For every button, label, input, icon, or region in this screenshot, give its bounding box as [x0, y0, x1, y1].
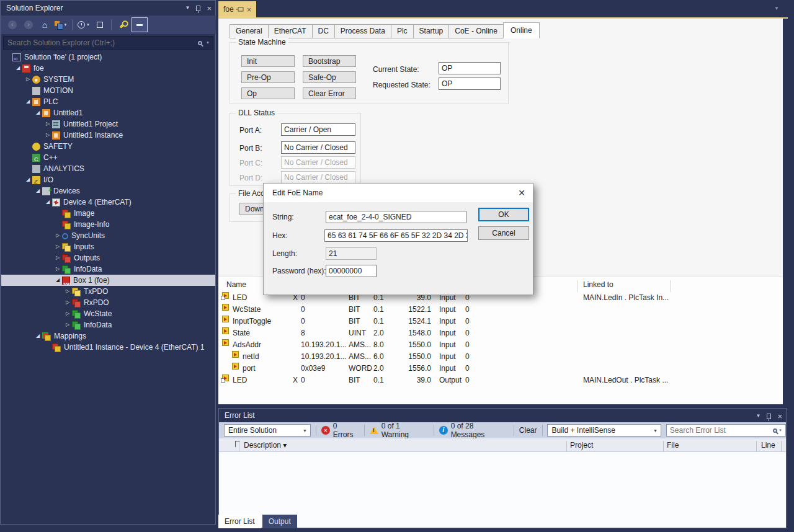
subtab-ethercat[interactable]: EtherCAT [268, 24, 313, 38]
expander-expanded-icon[interactable]: ◢ [24, 96, 32, 107]
warnings-filter-button[interactable]: 0 of 1 Warning [370, 422, 429, 439]
collapse-all-button[interactable] [92, 17, 107, 32]
tree-item-devices[interactable]: ◢Devices [1, 185, 215, 197]
subtab-general[interactable]: General [230, 24, 269, 38]
safe-op-button[interactable]: Safe-Op [303, 71, 356, 83]
hex-field[interactable]: 65 63 61 74 5F 66 6F 65 5F 32 2D 34 2D 3… [324, 229, 468, 242]
port-status-field[interactable]: Carrier / Open [281, 123, 355, 136]
requested-state-field[interactable]: OP [439, 78, 501, 90]
pending-changes-filter-button[interactable]: ▼ [76, 17, 91, 32]
clear-error-button[interactable]: Clear Error [303, 87, 356, 99]
pin-icon[interactable] [767, 414, 771, 419]
tree-item-i-o[interactable]: ◢I/O [1, 174, 215, 185]
column-header-file[interactable]: File [667, 441, 679, 450]
column-divider[interactable] [663, 441, 664, 452]
expander-collapsed-icon[interactable]: ▷ [43, 130, 52, 141]
scope-dropdown[interactable]: Entire Solution▼ [224, 424, 311, 437]
tree-item-system[interactable]: ▷SYSTEM [1, 74, 215, 85]
expander-expanded-icon[interactable]: ◢ [43, 197, 52, 208]
expander-collapsed-icon[interactable]: ▷ [63, 319, 72, 330]
search-input[interactable] [4, 38, 198, 47]
tree-item-syncunits[interactable]: ▷SyncUnits [1, 230, 215, 241]
cancel-button[interactable]: Cancel [478, 226, 529, 240]
password-hex-field[interactable]: 00000000 [326, 265, 377, 277]
bottom-tab-error-list[interactable]: Error List [218, 515, 261, 528]
column-divider[interactable] [756, 441, 757, 452]
tree-item-device-4-ethercat[interactable]: ◢Device 4 (EtherCAT) [1, 197, 215, 208]
subtab-process-data[interactable]: Process Data [334, 24, 391, 38]
tree-item-safety[interactable]: SAFETY [1, 141, 215, 152]
column-divider[interactable] [781, 441, 782, 452]
pin-icon[interactable] [196, 6, 200, 11]
expander-collapsed-icon[interactable]: ▷ [53, 241, 62, 252]
clear-button[interactable]: Clear [519, 426, 537, 435]
tree-item-outputs[interactable]: ▷Outputs [1, 252, 215, 264]
document-tab-foe[interactable]: foe × [218, 1, 256, 17]
expander-collapsed-icon[interactable]: ▷ [53, 230, 62, 241]
grid-row-port-6[interactable]: port0x03e9WORD2.01556.0Input0 [218, 363, 783, 375]
grid-row-led-7[interactable]: LEDX0BIT0.139.0Output0MAIN.LedOut . PlcT… [218, 375, 783, 386]
sync-with-active-document-button[interactable]: ▼ [53, 17, 68, 32]
expander-collapsed-icon[interactable]: ▷ [53, 264, 62, 275]
expander-expanded-icon[interactable]: ◢ [53, 275, 62, 286]
subtab-online[interactable]: Online [503, 22, 540, 38]
tree-item-solution-foe-1-project[interactable]: Solution 'foe' (1 project) [1, 51, 215, 63]
window-position-chevron-icon[interactable]: ▼ [756, 409, 761, 423]
window-position-chevron-icon[interactable]: ▼ [185, 1, 190, 16]
column-divider[interactable] [566, 441, 567, 452]
dialog-titlebar[interactable]: Edit FoE Name [264, 184, 533, 202]
subtab-startup[interactable]: Startup [413, 24, 450, 38]
tree-item-box-1-foe[interactable]: ◢Box 1 (foe) [1, 275, 215, 286]
grid-header-name[interactable]: Name [226, 280, 246, 289]
port-status-field[interactable]: No Carrier / Closed [281, 156, 355, 169]
expander-collapsed-icon[interactable]: ▷ [24, 74, 32, 85]
expander-expanded-icon[interactable]: ◢ [14, 63, 22, 74]
expander-collapsed-icon[interactable]: ▷ [63, 297, 72, 308]
column-header-line[interactable]: Line [761, 441, 775, 450]
back-button[interactable]: ‹ [5, 17, 20, 32]
tree-item-c[interactable]: C++ [1, 152, 215, 163]
expander-collapsed-icon[interactable]: ▷ [53, 252, 62, 264]
expander-expanded-icon[interactable]: ◢ [33, 107, 42, 118]
subtab-coe-online[interactable]: CoE - Online [448, 24, 504, 38]
tree-item-untitled1-instance[interactable]: ▷Untitled1 Instance [1, 130, 215, 141]
unpin-tab-icon[interactable] [236, 7, 244, 12]
tree-item-infodata[interactable]: ▷InfoData [1, 264, 215, 275]
init-button[interactable]: Init [241, 55, 295, 67]
pre-op-button[interactable]: Pre-Op [241, 71, 295, 83]
tab-list-chevron-icon[interactable]: ▼ [774, 6, 779, 11]
bootstrap-button[interactable]: Bootstrap [303, 55, 356, 67]
search-icon[interactable] [773, 428, 777, 433]
current-state-field[interactable]: OP [439, 62, 501, 74]
filter-dropdown[interactable]: Build + IntelliSense▼ [547, 424, 661, 437]
tree-item-untitled1-instance-device-4-ethercat-1[interactable]: Untitled1 Instance - Device 4 (EtherCAT)… [1, 342, 215, 353]
close-icon[interactable]: × [777, 412, 782, 420]
column-divider[interactable] [577, 280, 578, 292]
tree-item-untitled1[interactable]: ◢Untitled1 [1, 107, 215, 118]
error-search-input[interactable] [670, 426, 773, 435]
tree-item-motion[interactable]: MOTION [1, 85, 215, 96]
expander-expanded-icon[interactable]: ◢ [24, 174, 32, 185]
expander-expanded-icon[interactable]: ◢ [33, 330, 42, 342]
search-icon[interactable] [198, 41, 202, 45]
subtab-plc[interactable]: Plc [391, 24, 414, 38]
close-tab-icon[interactable]: × [247, 6, 252, 14]
messages-filter-button[interactable]: 0 of 28 Messages [439, 422, 509, 439]
port-status-field[interactable]: No Carrier / Closed [281, 141, 355, 154]
tree-item-image[interactable]: Image [1, 208, 215, 219]
tree-item-plc[interactable]: ◢PLC [1, 96, 215, 107]
tree-item-txpdo[interactable]: ▷TxPDO [1, 286, 215, 297]
grid-row-state-3[interactable]: State8UINT2.01548.0Input0 [218, 327, 783, 339]
grid-row-wcstate-1[interactable]: WcState0BIT0.11522.1Input0 [218, 304, 783, 316]
port-status-field[interactable]: No Carrier / Closed [281, 171, 355, 184]
column-divider[interactable] [239, 441, 239, 452]
tree-item-analytics[interactable]: ANALYTICS [1, 163, 215, 174]
search-options-caret-icon[interactable]: ▼ [206, 41, 210, 45]
op-button[interactable]: Op [241, 87, 295, 99]
tree-item-infodata[interactable]: ▷InfoData [1, 319, 215, 330]
ok-button[interactable]: OK [478, 208, 529, 221]
grid-row-netid-5[interactable]: netId10.193.20.1...AMS...6.01550.0Input0 [218, 351, 783, 363]
errors-filter-button[interactable]: 0 Errors [321, 422, 359, 439]
tree-item-untitled1-project[interactable]: ▷Untitled1 Project [1, 118, 215, 130]
subtab-dc[interactable]: DC [312, 24, 335, 38]
